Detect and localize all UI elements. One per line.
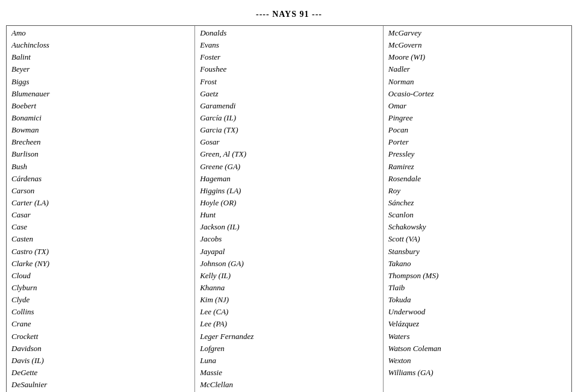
list-item: Jacobs	[200, 233, 378, 245]
list-item: Williams (GA)	[388, 367, 567, 379]
list-item: Lee (CA)	[200, 306, 378, 318]
col1-names: AmoAuchinclossBalintBeyerBiggsBlumenauer…	[11, 27, 190, 392]
list-item: Nadler	[388, 63, 567, 75]
list-item: Schakowsky	[388, 221, 567, 233]
list-item: Lofgren	[200, 343, 378, 355]
list-item: Amo	[11, 27, 190, 39]
column-3: McGarveyMcGovernMoore (WI)NadlerNormanOc…	[383, 26, 571, 392]
list-item: Biggs	[11, 76, 190, 88]
list-item: Greene (GA)	[200, 161, 378, 173]
list-item: Thompson (MS)	[388, 270, 567, 282]
list-item: Jayapal	[200, 246, 378, 258]
list-item: Rosendale	[388, 173, 567, 185]
list-item: Crane	[11, 318, 190, 330]
list-item: Clyde	[11, 294, 190, 306]
list-item: Carson	[11, 185, 190, 197]
list-item: Pressley	[388, 148, 567, 160]
list-item: Crockett	[11, 331, 190, 343]
list-item: Garamendi	[200, 100, 378, 112]
list-item: Casten	[11, 233, 190, 245]
list-item: Stansbury	[388, 246, 567, 258]
list-item: Wexton	[388, 355, 567, 367]
nays-table-container: AmoAuchinclossBalintBeyerBiggsBlumenauer…	[6, 25, 572, 392]
list-item: Jackson (IL)	[200, 221, 378, 233]
nays-header: ---- NAYS 91 ---	[256, 10, 322, 19]
list-item: Omar	[388, 100, 567, 112]
list-item: Johnson (GA)	[200, 258, 378, 270]
list-item: Massie	[200, 367, 378, 379]
list-item: DeGette	[11, 367, 190, 379]
list-item: Ramirez	[388, 161, 567, 173]
list-item: Waters	[388, 331, 567, 343]
list-item: Ocasio-Cortez	[388, 88, 567, 100]
list-item: Bonamici	[11, 112, 190, 124]
list-item: Underwood	[388, 306, 567, 318]
list-item: Garcia (TX)	[200, 124, 378, 136]
list-item: García (IL)	[200, 112, 378, 124]
list-item: DeSaulnier	[11, 379, 190, 391]
list-item: Case	[11, 221, 190, 233]
list-item: Evans	[200, 39, 378, 51]
list-item: Casar	[11, 209, 190, 221]
list-item: Foushee	[200, 63, 378, 75]
list-item: Davidson	[11, 343, 190, 355]
list-item: Balint	[11, 51, 190, 63]
col2-names: DonaldsEvansFosterFousheeFrostGaetzGaram…	[200, 27, 378, 392]
list-item: Tokuda	[388, 294, 567, 306]
list-item: Kim (NJ)	[200, 294, 378, 306]
list-item: Khanna	[200, 282, 378, 294]
list-item: Lee (PA)	[200, 318, 378, 330]
list-item: Donalds	[200, 27, 378, 39]
list-item: Velázquez	[388, 318, 567, 330]
list-item: Norman	[388, 76, 567, 88]
list-item: Porter	[388, 136, 567, 148]
list-item: Cloud	[11, 270, 190, 282]
column-1: AmoAuchinclossBalintBeyerBiggsBlumenauer…	[7, 26, 195, 392]
list-item: Luna	[200, 355, 378, 367]
table-row: AmoAuchinclossBalintBeyerBiggsBlumenauer…	[7, 26, 571, 392]
list-item: Scanlon	[388, 209, 567, 221]
list-item: Roy	[388, 185, 567, 197]
list-item: Auchincloss	[11, 39, 190, 51]
list-item: Green, Al (TX)	[200, 148, 378, 160]
list-item: Moore (WI)	[388, 51, 567, 63]
list-item: Foster	[200, 51, 378, 63]
list-item: Bowman	[11, 124, 190, 136]
list-item: Bush	[11, 161, 190, 173]
list-item: Clyburn	[11, 282, 190, 294]
list-item: Castro (TX)	[11, 246, 190, 258]
list-item: Leger Fernandez	[200, 331, 378, 343]
list-item: Pocan	[388, 124, 567, 136]
nays-table: AmoAuchinclossBalintBeyerBiggsBlumenauer…	[7, 26, 571, 392]
list-item: Carter (LA)	[11, 197, 190, 209]
list-item: Brecheen	[11, 136, 190, 148]
list-item: Hageman	[200, 173, 378, 185]
list-item: Tlaib	[388, 282, 567, 294]
list-item: Sánchez	[388, 197, 567, 209]
list-item: Pingree	[388, 112, 567, 124]
list-item: Cárdenas	[11, 173, 190, 185]
list-item: Kelly (IL)	[200, 270, 378, 282]
column-2: DonaldsEvansFosterFousheeFrostGaetzGaram…	[195, 26, 384, 392]
list-item: Clarke (NY)	[11, 258, 190, 270]
list-item: Beyer	[11, 63, 190, 75]
list-item: McGovern	[388, 39, 567, 51]
list-item: Higgins (LA)	[200, 185, 378, 197]
list-item: Gosar	[200, 136, 378, 148]
col3-names: McGarveyMcGovernMoore (WI)NadlerNormanOc…	[388, 27, 567, 379]
list-item: Scott (VA)	[388, 233, 567, 245]
list-item: Burlison	[11, 148, 190, 160]
list-item: Frost	[200, 76, 378, 88]
list-item: Hoyle (OR)	[200, 197, 378, 209]
list-item: McGarvey	[388, 27, 567, 39]
list-item: Takano	[388, 258, 567, 270]
list-item: McClellan	[200, 379, 378, 391]
list-item: Watson Coleman	[388, 343, 567, 355]
list-item: Boebert	[11, 100, 190, 112]
list-item: Collins	[11, 306, 190, 318]
list-item: Davis (IL)	[11, 355, 190, 367]
list-item: Hunt	[200, 209, 378, 221]
list-item: Gaetz	[200, 88, 378, 100]
list-item: Blumenauer	[11, 88, 190, 100]
